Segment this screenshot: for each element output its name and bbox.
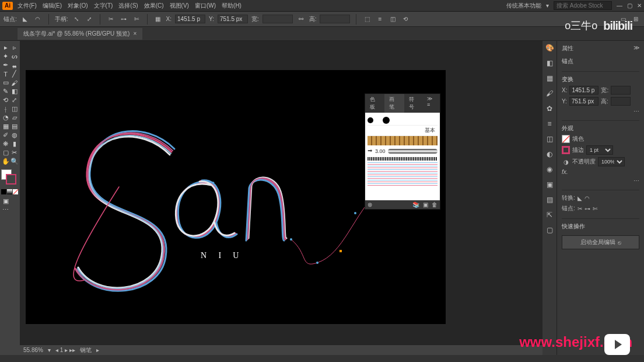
convert-smooth-icon[interactable]: ◠ bbox=[584, 195, 590, 201]
lasso-tool[interactable]: ᔕ bbox=[10, 52, 19, 61]
join-icon[interactable]: ⊶ bbox=[119, 15, 128, 24]
menu-type[interactable]: 文字(T) bbox=[94, 2, 113, 10]
prop-w-input[interactable] bbox=[611, 86, 631, 95]
x-input[interactable] bbox=[175, 15, 205, 23]
scale-tool[interactable]: ⤢ bbox=[10, 96, 19, 105]
color-panel-icon[interactable]: 🎨 bbox=[545, 43, 554, 53]
mesh-tool[interactable]: ▦ bbox=[1, 122, 10, 131]
prop-x-input[interactable] bbox=[569, 86, 598, 95]
isolate-icon[interactable]: ⬚ bbox=[362, 15, 372, 24]
asset-export-icon[interactable]: ⇱ bbox=[545, 210, 554, 220]
graphic-styles-icon[interactable]: ▣ bbox=[545, 180, 554, 189]
curvature-tool[interactable]: ❠ bbox=[10, 61, 19, 69]
panel-collapse-icon[interactable]: ≫ bbox=[634, 44, 639, 53]
convert-smooth-icon[interactable]: ◠ bbox=[33, 15, 43, 24]
menu-object[interactable]: 对象(O) bbox=[68, 2, 88, 10]
global-edit-button[interactable]: 启动全局编辑⎋ bbox=[562, 235, 639, 249]
appearance-icon[interactable]: ◉ bbox=[545, 165, 554, 174]
width-tool[interactable]: ⟊ bbox=[1, 105, 10, 113]
convert-corner-icon[interactable]: ◣ bbox=[20, 15, 30, 24]
color-guide-icon[interactable]: ◧ bbox=[545, 58, 554, 68]
more-options-icon[interactable]: ⋯ bbox=[634, 108, 639, 114]
document-tab[interactable]: 线条字母.ai* @ 55.86% (RGB/GPU 预览) × bbox=[18, 28, 142, 40]
chevron-down-icon[interactable]: ▾ bbox=[48, 347, 51, 353]
shape-icon[interactable]: ◫ bbox=[388, 15, 397, 24]
brush-basic[interactable]: 基本 bbox=[368, 126, 438, 136]
rectangle-tool[interactable]: ▭ bbox=[1, 78, 10, 87]
paintbrush-tool[interactable]: 🖌 bbox=[10, 78, 19, 87]
shaper-tool[interactable]: ✎ bbox=[1, 87, 10, 96]
minimize-icon[interactable]: — bbox=[617, 2, 622, 9]
gradient-icon[interactable]: ◫ bbox=[545, 134, 554, 144]
workspace-switcher[interactable]: 传统基本功能 bbox=[506, 2, 541, 10]
layers-icon[interactable]: ▤ bbox=[545, 195, 554, 204]
brush-size[interactable]: ⮕3.00 bbox=[368, 147, 438, 155]
doc-setup-icon[interactable]: ⊞ bbox=[631, 15, 640, 24]
cut-path-icon[interactable]: ✄ bbox=[132, 15, 141, 24]
transform-icon[interactable]: ⟲ bbox=[401, 15, 410, 24]
handle-icon-1[interactable]: ⤡ bbox=[72, 15, 81, 24]
gradient-tool[interactable]: ▤ bbox=[10, 122, 19, 131]
y-input[interactable] bbox=[218, 15, 248, 23]
transparency-icon[interactable]: ◐ bbox=[545, 149, 554, 159]
align-icon[interactable]: ≡ bbox=[375, 15, 384, 24]
menu-view[interactable]: 视图(V) bbox=[170, 2, 189, 10]
panel-btn-del[interactable]: 🗑 bbox=[432, 201, 438, 208]
handle-icon-2[interactable]: ⤢ bbox=[85, 15, 94, 24]
menu-select[interactable]: 选择(S) bbox=[118, 2, 138, 10]
play-button-icon[interactable] bbox=[604, 334, 630, 355]
menu-help[interactable]: 帮助(H) bbox=[222, 2, 242, 10]
link-icon[interactable]: ⚯ bbox=[296, 15, 306, 24]
shape-builder-tool[interactable]: ◔ bbox=[1, 113, 10, 122]
connect-icon[interactable]: ⊶ bbox=[584, 206, 590, 212]
brushes-panel[interactable]: 色板 画笔 符号 ≫ ≡ 基本 ⮕3.00 ⊗ 📚 ▣ 🗑 bbox=[365, 93, 440, 210]
zoom-level[interactable]: 55.86% bbox=[23, 347, 43, 353]
eraser-tool[interactable]: ◧ bbox=[10, 87, 19, 96]
artboard-tool[interactable]: ▢ bbox=[1, 148, 10, 157]
cut-icon[interactable]: ✄ bbox=[593, 206, 597, 212]
color-mode-row[interactable] bbox=[1, 189, 19, 194]
menu-window[interactable]: 窗口(W) bbox=[195, 2, 216, 10]
magic-wand-tool[interactable]: ✦ bbox=[1, 52, 10, 61]
tab-brushes[interactable]: 画笔 bbox=[384, 94, 404, 113]
ref-point-icon[interactable]: ▦ bbox=[153, 15, 163, 24]
brush-charcoal[interactable] bbox=[368, 157, 438, 161]
type-tool[interactable]: T bbox=[1, 69, 10, 78]
more-options-icon-2[interactable]: ⋯ bbox=[634, 177, 639, 184]
tab-symbols[interactable]: 符号 bbox=[404, 94, 424, 113]
free-transform-tool[interactable]: ◫ bbox=[10, 105, 19, 113]
direct-selection-tool[interactable]: ▹ bbox=[10, 43, 19, 52]
zoom-tool[interactable]: 🔍 bbox=[10, 157, 19, 166]
pen-tool[interactable]: ✒ bbox=[1, 61, 10, 69]
convert-corner-icon[interactable]: ◣ bbox=[578, 195, 582, 201]
panel-btn-1[interactable]: ⊗ bbox=[368, 201, 372, 208]
menu-edit[interactable]: 编辑(E) bbox=[43, 2, 62, 10]
symbol-sprayer-tool[interactable]: ❋ bbox=[1, 140, 10, 148]
brush-icon[interactable]: 🖌 bbox=[545, 89, 554, 98]
prop-tab[interactable]: 属性 bbox=[562, 44, 573, 53]
fill-stroke-swatch[interactable] bbox=[1, 169, 19, 187]
prop-h-input[interactable] bbox=[611, 97, 631, 106]
graph-tool[interactable]: ▮ bbox=[10, 140, 19, 148]
line-tool[interactable]: ╱ bbox=[10, 69, 19, 78]
stroke-weight[interactable]: 1 pt bbox=[586, 145, 613, 155]
menu-effect[interactable]: 效果(C) bbox=[144, 2, 164, 10]
swatch-icon[interactable]: ▦ bbox=[545, 74, 554, 83]
fill-swatch[interactable] bbox=[562, 135, 570, 143]
panel-btn-lib[interactable]: 📚 bbox=[412, 201, 419, 208]
chevron-down-icon[interactable]: ▾ bbox=[546, 2, 549, 9]
w-input[interactable] bbox=[262, 15, 293, 23]
hand-tool[interactable]: ✋ bbox=[1, 157, 10, 166]
search-input[interactable] bbox=[554, 1, 612, 10]
rotate-tool[interactable]: ⟲ bbox=[1, 96, 10, 105]
selection-tool[interactable]: ▸ bbox=[1, 43, 10, 52]
screen-mode-tool[interactable]: ▣ bbox=[1, 197, 10, 206]
symbol-icon[interactable]: ✿ bbox=[545, 104, 554, 113]
prop-y-input[interactable] bbox=[569, 97, 598, 106]
stroke-icon[interactable]: ≡ bbox=[545, 119, 554, 128]
maximize-icon[interactable]: ▢ bbox=[627, 2, 632, 9]
stroke-swatch[interactable] bbox=[562, 146, 570, 154]
tab-swatches[interactable]: 色板 bbox=[365, 94, 384, 113]
canvas[interactable]: N I U 55.86% ▾ ◂ 1 ▸ ▸▸ 钢笔 ▸ 色板 画笔 符号 ≫ … bbox=[20, 41, 542, 355]
close-icon[interactable]: ✕ bbox=[637, 2, 642, 9]
